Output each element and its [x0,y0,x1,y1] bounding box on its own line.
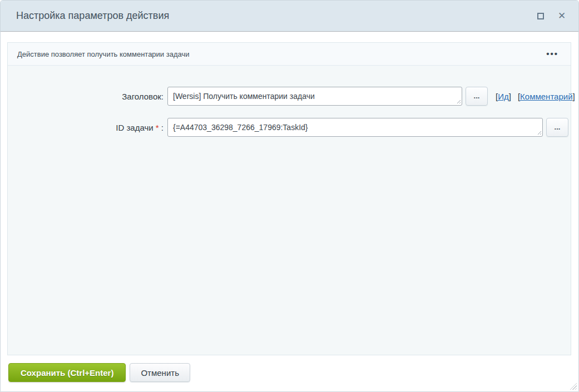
insert-id-link[interactable]: Ид [498,92,509,101]
task-id-textarea-wrap: {=A44703_36298_7266_17969:TaskId} [167,118,543,137]
dialog-footer: Сохранить (Ctrl+Enter) Отменить [8,363,190,382]
maximize-button[interactable] [534,9,547,23]
task-id-field-label: ID задачи * : [8,123,167,132]
task-id-more-button[interactable]: ... [546,118,568,137]
dialog-title: Настройка параметров действия [16,10,534,22]
more-menu-button[interactable]: ••• [546,51,558,57]
save-button[interactable]: Сохранить (Ctrl+Enter) [8,363,126,382]
link-id-wrap: [Ид] [496,92,511,101]
action-description-bar: Действие позволяет получить комментарии … [8,43,571,66]
dialog-titlebar: Настройка параметров действия ✕ [1,1,578,32]
cancel-button[interactable]: Отменить [130,363,190,382]
insert-variable-links: [Ид] [Комментарий] [496,92,575,101]
title-field-label: Заголовок: [8,92,167,101]
window-controls: ✕ [534,9,568,23]
task-id-label-text: ID задачи [116,123,156,132]
close-icon: ✕ [558,11,566,21]
action-form: Заголовок: [Wersis] Получить комментарии… [8,66,571,137]
dialog-window: Настройка параметров действия ✕ Действие… [0,0,579,392]
bracket-close: ] [509,92,511,101]
bracket-close: ] [573,92,575,101]
action-settings-panel: Действие позволяет получить комментарии … [7,42,571,355]
insert-comment-link[interactable]: Комментарий [520,92,572,101]
window-resize-grip-icon[interactable] [569,382,577,390]
title-textarea[interactable]: [Wersis] Получить комментарии задачи [167,87,462,106]
close-button[interactable]: ✕ [555,9,568,23]
task-id-label-colon: : [159,123,164,132]
title-more-button[interactable]: ... [466,87,488,106]
maximize-icon [537,13,544,19]
title-field-row: Заголовок: [Wersis] Получить комментарии… [8,87,571,106]
task-id-textarea[interactable]: {=A44703_36298_7266_17969:TaskId} [167,118,543,137]
link-comment-wrap: [Комментарий] [518,92,575,101]
title-textarea-wrap: [Wersis] Получить комментарии задачи [167,87,462,106]
action-description: Действие позволяет получить комментарии … [17,50,546,58]
task-id-field-row: ID задачи * : {=A44703_36298_7266_17969:… [8,118,571,137]
